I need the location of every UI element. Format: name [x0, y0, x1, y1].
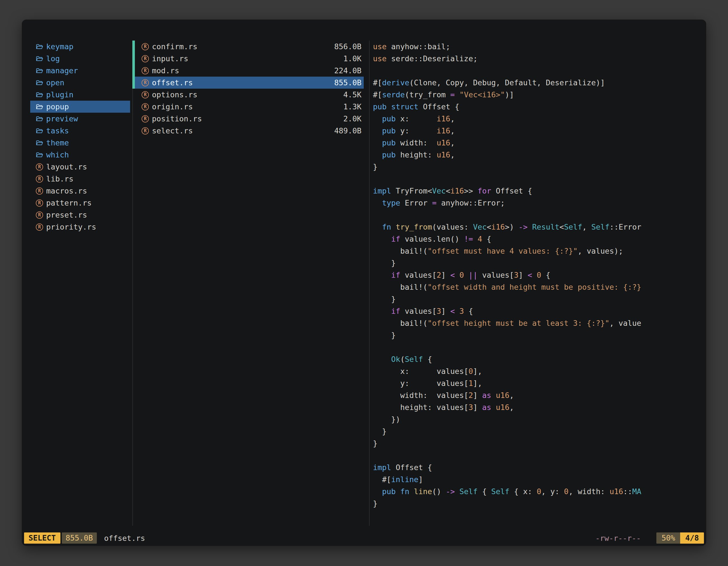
- code-line: }: [373, 329, 703, 341]
- file-size: 1.0K: [343, 53, 361, 65]
- file-row-position.rs[interactable]: Rposition.rs2.0K: [135, 113, 364, 125]
- code-line: }: [373, 293, 703, 305]
- code-line: [373, 173, 703, 185]
- file-name: offset.rs: [152, 77, 334, 89]
- mode-badge: SELECT: [24, 532, 60, 544]
- code-line: impl TryFrom<Vec<i16>> for Offset {: [373, 185, 703, 197]
- folder-icon: [36, 55, 44, 62]
- code-line: #[serde(try_from = "Vec<i16>")]: [373, 89, 703, 101]
- sidebar-folder-which[interactable]: which: [30, 149, 130, 161]
- file-size: 2.0K: [343, 113, 361, 125]
- file-row-origin.rs[interactable]: Rorigin.rs1.3K: [135, 101, 364, 113]
- pane-separator-right: [369, 41, 370, 526]
- code-line: if values[2] < 0 || values[3] < 0 {: [373, 269, 703, 281]
- status-file-name: offset.rs: [104, 534, 145, 542]
- code-line: type Error = anyhow::Error;: [373, 197, 703, 209]
- sidebar-folder-tasks[interactable]: tasks: [30, 125, 130, 137]
- code-line: fn try_from(values: Vec<i16>) -> Result<…: [373, 221, 703, 233]
- file-permissions: -rw-r--r--: [595, 534, 641, 542]
- file-row-confirm.rs[interactable]: Rconfirm.rs856.0B: [135, 41, 364, 53]
- code-line: width: values[2] as u16,: [373, 389, 703, 401]
- file-size: 856.0B: [334, 41, 361, 53]
- code-line: height: values[3] as u16,: [373, 401, 703, 413]
- sidebar-folder-preview[interactable]: preview: [30, 113, 130, 125]
- sidebar-file-layout.rs[interactable]: Rlayout.rs: [30, 161, 130, 173]
- file-row-options.rs[interactable]: Roptions.rs4.5K: [135, 89, 364, 101]
- code-line: Ok(Self {: [373, 353, 703, 365]
- sidebar-folder-log[interactable]: log: [30, 53, 130, 65]
- sidebar-file-macros.rs[interactable]: Rmacros.rs: [30, 185, 130, 197]
- code-line: pub height: u16,: [373, 149, 703, 161]
- rust-file-icon: R: [36, 187, 44, 195]
- code-line: #[inline]: [373, 473, 703, 485]
- preview-pane: use anyhow::bail;use serde::Deserialize;…: [373, 41, 703, 509]
- entry-label: which: [46, 149, 69, 161]
- entry-label: pattern.rs: [46, 197, 92, 209]
- code-line: }: [373, 161, 703, 173]
- file-size: 1.3K: [343, 101, 361, 113]
- sidebar-folder-keymap[interactable]: keymap: [30, 41, 130, 53]
- code-line: bail!("offset width and height must be p…: [373, 281, 703, 293]
- file-row-offset.rs[interactable]: Roffset.rs855.0B: [135, 77, 364, 89]
- code-line: [373, 449, 703, 461]
- sidebar-folder-theme[interactable]: theme: [30, 137, 130, 149]
- code-line: bail!("offset must have 4 values: {:?}",…: [373, 245, 703, 257]
- sidebar-file-preset.rs[interactable]: Rpreset.rs: [30, 209, 130, 221]
- entry-label: log: [46, 53, 60, 65]
- rust-file-icon: R: [142, 79, 150, 86]
- rust-file-icon: R: [142, 43, 150, 50]
- file-name: confirm.rs: [152, 41, 334, 53]
- status-bar: SELECT 855.0B offset.rs -rw-r--r-- 50% 4…: [24, 532, 704, 544]
- file-row-mod.rs[interactable]: Rmod.rs224.0B: [135, 65, 364, 77]
- sidebar-file-priority.rs[interactable]: Rpriority.rs: [30, 221, 130, 233]
- file-name: origin.rs: [152, 101, 343, 113]
- sidebar-folder-manager[interactable]: manager: [30, 65, 130, 77]
- sidebar-file-pattern.rs[interactable]: Rpattern.rs: [30, 197, 130, 209]
- entry-label: layout.rs: [46, 161, 87, 173]
- code-line: use serde::Deserialize;: [373, 53, 703, 65]
- code-line: }): [373, 413, 703, 425]
- code-line: y: values[1],: [373, 377, 703, 389]
- entry-label: keymap: [46, 41, 74, 53]
- entry-label: priority.rs: [46, 221, 96, 233]
- code-line: x: values[0],: [373, 365, 703, 377]
- rust-file-icon: R: [36, 200, 44, 207]
- entry-label: macros.rs: [46, 185, 87, 197]
- file-size: 224.0B: [334, 65, 361, 77]
- entry-label: preset.rs: [46, 209, 87, 221]
- file-row-select.rs[interactable]: Rselect.rs489.0B: [135, 125, 364, 137]
- file-name: options.rs: [152, 89, 343, 101]
- code-line: pub struct Offset {: [373, 101, 703, 113]
- scroll-percent-chip: 50%: [656, 532, 680, 544]
- file-list-pane: Rconfirm.rs856.0BRinput.rs1.0KRmod.rs224…: [135, 41, 364, 137]
- rust-file-icon: R: [142, 103, 150, 111]
- entry-label: popup: [46, 101, 69, 113]
- pane-separator-left: [132, 41, 133, 526]
- code-line: [373, 65, 703, 77]
- code-line: }: [373, 497, 703, 509]
- code-line: [373, 209, 703, 221]
- entry-label: lib.rs: [46, 173, 74, 185]
- rust-file-icon: R: [142, 55, 150, 62]
- folder-icon: [36, 104, 44, 110]
- sidebar-folder-plugin[interactable]: plugin: [30, 89, 130, 101]
- code-line: }: [373, 425, 703, 437]
- rust-file-icon: R: [142, 91, 150, 98]
- sidebar-file-lib.rs[interactable]: Rlib.rs: [30, 173, 130, 185]
- code-line: pub y: i16,: [373, 125, 703, 137]
- entry-label: open: [46, 77, 64, 89]
- yazi-file-manager-window: keymaplogmanageropenpluginpopuppreviewta…: [22, 20, 706, 546]
- file-size: 4.5K: [343, 89, 361, 101]
- file-row-input.rs[interactable]: Rinput.rs1.0K: [135, 53, 364, 65]
- sidebar-folder-open[interactable]: open: [30, 77, 130, 89]
- sidebar-folder-popup[interactable]: popup: [30, 101, 130, 113]
- folder-icon: [36, 67, 44, 74]
- code-line: impl Offset {: [373, 461, 703, 473]
- file-name: mod.rs: [152, 65, 334, 77]
- code-line: [373, 341, 703, 353]
- code-line: pub x: i16,: [373, 113, 703, 125]
- code-line: pub fn line() -> Self { Self { x: 0, y: …: [373, 485, 703, 497]
- entry-label: plugin: [46, 89, 74, 101]
- code-line: }: [373, 437, 703, 449]
- entry-label: manager: [46, 65, 78, 77]
